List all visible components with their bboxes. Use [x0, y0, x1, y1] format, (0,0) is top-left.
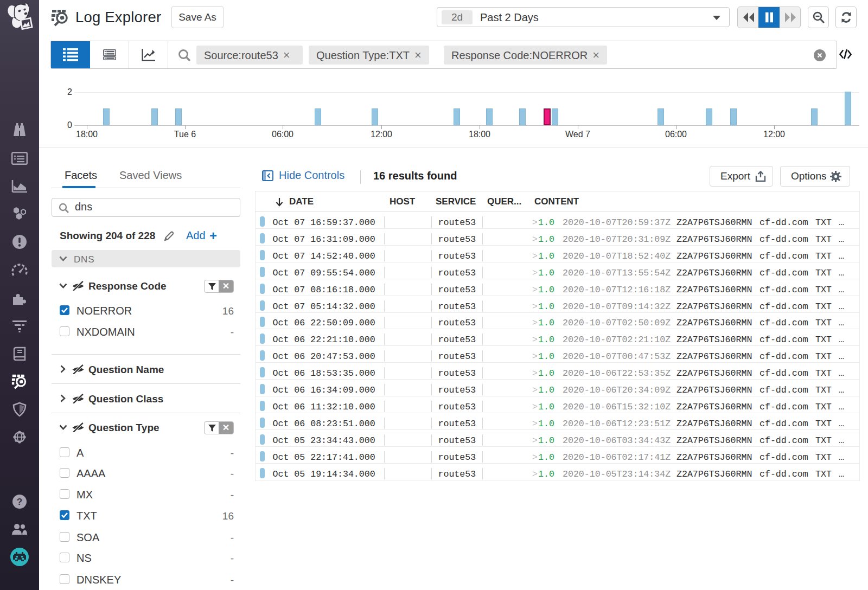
svg-text:?: ? [17, 497, 22, 507]
